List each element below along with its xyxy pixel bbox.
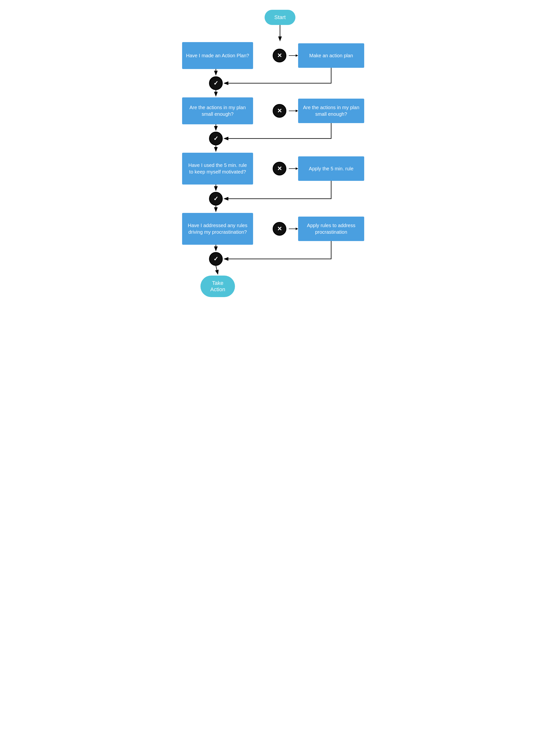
- spacer-5: [182, 145, 378, 153]
- cross-icon-1: ✕: [273, 49, 286, 62]
- check-3-row: ✓: [182, 192, 378, 206]
- arrowhead-4: [296, 228, 298, 230]
- spacer-8: [182, 245, 378, 252]
- spacer-4: [182, 124, 378, 132]
- question-3-node: Have I used the 5 min. rule to keep myse…: [182, 153, 253, 185]
- flowchart: Start Have I made an Action Plan? ✕ Make…: [182, 10, 378, 297]
- cross-icon-4: ✕: [273, 222, 286, 236]
- spacer-6: [182, 185, 378, 192]
- check-4-row: ✓: [182, 252, 378, 266]
- start-node: Start: [265, 10, 295, 25]
- right-3-wrapper: Apply the 5 min. rule: [289, 156, 378, 181]
- col-q4-left: Have I addressed any rules driving my pr…: [182, 213, 270, 245]
- cross-2-wrapper: ✕: [273, 104, 286, 118]
- right-1-wrapper: Make an action plan: [289, 43, 378, 68]
- row-q2: Are the actions in my plan small enough?…: [182, 97, 378, 124]
- arrow-line-2: [289, 111, 296, 111]
- col-q2-left: Are the actions in my plan small enough?: [182, 97, 270, 124]
- result-4-node: Apply rules to address procrastination: [298, 217, 364, 241]
- right-4-wrapper: Apply rules to address procrastination: [289, 217, 378, 241]
- question-1-node: Have I made an Action Plan?: [182, 42, 253, 69]
- right-2-wrapper: Are the actions in my plan small enough?: [289, 99, 378, 123]
- end-row: Take Action: [182, 276, 378, 297]
- check-1-row: ✓: [182, 76, 378, 90]
- spacer-7: [182, 206, 378, 213]
- row-q1: Have I made an Action Plan? ✕ Make an ac…: [182, 42, 378, 69]
- spacer-2: [182, 69, 378, 76]
- col-q3-left: Have I used the 5 min. rule to keep myse…: [182, 153, 270, 185]
- check-icon-3: ✓: [209, 192, 223, 206]
- arrowhead-2: [296, 110, 298, 112]
- check-icon-4: ✓: [209, 252, 223, 266]
- cross-icon-3: ✕: [273, 162, 286, 175]
- spacer-1: [182, 25, 378, 42]
- spacer-3: [182, 90, 378, 97]
- col-q1-left: Have I made an Action Plan?: [182, 42, 270, 69]
- arrow-line-1: [289, 55, 296, 56]
- arrow-line-4: [289, 229, 296, 229]
- result-2-node: Are the actions in my plan small enough?: [298, 99, 364, 123]
- cross-4-wrapper: ✕: [273, 222, 286, 236]
- spacer-9: [182, 266, 378, 276]
- arrowhead-3: [296, 167, 298, 170]
- start-row: Start: [182, 10, 378, 25]
- cross-1-wrapper: ✕: [273, 49, 286, 62]
- arrowhead-1: [296, 54, 298, 57]
- question-2-node: Are the actions in my plan small enough?: [182, 97, 253, 124]
- question-4-node: Have I addressed any rules driving my pr…: [182, 213, 253, 245]
- cross-icon-2: ✕: [273, 104, 286, 118]
- result-3-node: Apply the 5 min. rule: [298, 156, 364, 181]
- check-icon-1: ✓: [209, 76, 223, 90]
- end-node: Take Action: [200, 276, 235, 297]
- row-q3: Have I used the 5 min. rule to keep myse…: [182, 153, 378, 185]
- check-icon-2: ✓: [209, 132, 223, 145]
- row-q4: Have I addressed any rules driving my pr…: [182, 213, 378, 245]
- cross-3-wrapper: ✕: [273, 162, 286, 175]
- check-2-row: ✓: [182, 132, 378, 145]
- arrow-line-3: [289, 168, 296, 169]
- result-1-node: Make an action plan: [298, 43, 364, 68]
